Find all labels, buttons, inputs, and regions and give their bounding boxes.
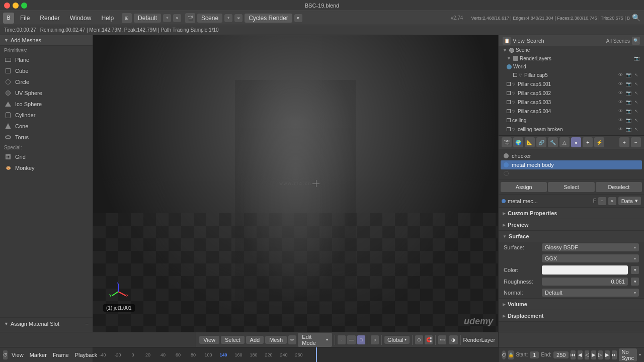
pillar001-cursor-icon[interactable]: ↖ (633, 80, 640, 87)
select-menu-btn[interactable]: Select (221, 336, 245, 344)
maximize-button[interactable] (21, 3, 27, 9)
preview-header[interactable]: ▶ Preview (499, 219, 644, 230)
start-frame-input[interactable]: 1 (530, 351, 539, 358)
object-props-btn[interactable]: 📐 (525, 137, 535, 147)
render-layer-btn[interactable]: RenderLayer (463, 337, 495, 343)
render-mode-icon[interactable]: 🎬 (185, 13, 195, 23)
assign-slot-arrow-icon[interactable]: ▼ (4, 321, 9, 326)
mesh-menu-btn[interactable]: Mesh (265, 336, 287, 344)
no-sync-btn[interactable]: No Sync (619, 348, 637, 361)
pillar-eye-icon[interactable]: 👁 (617, 71, 624, 78)
add-menu-btn[interactable]: Add (246, 336, 264, 344)
timeline-marker-btn[interactable]: Marker (28, 351, 49, 359)
checker-material-item[interactable]: checker (501, 151, 642, 160)
search-label[interactable]: Search (527, 38, 544, 44)
physics-props-btn[interactable]: ⚡ (594, 137, 604, 147)
mat-slot-x-btn[interactable]: × (608, 197, 616, 205)
pillar003-cursor-icon[interactable]: ↖ (633, 99, 640, 106)
timeline-view-btn[interactable]: View (10, 351, 26, 359)
pillar003-eye-icon[interactable]: 👁 (617, 99, 624, 106)
world-props-btn[interactable]: 🌍 (513, 137, 523, 147)
outliner-ceiling-item[interactable]: ceiling 👁 📷 ↖ (499, 116, 644, 125)
vertex-select-btn[interactable]: · (338, 335, 346, 344)
pillar004-render-icon[interactable]: 📷 (625, 108, 632, 115)
outliner-renderlayers-item[interactable]: ▼ RenderLayers 📷 (499, 54, 644, 63)
timeline-main[interactable]: -40 -20 0 20 40 60 80 100 140 160 180 22… (93, 347, 498, 362)
transform-orientation-select[interactable]: Global ▾ (384, 336, 410, 344)
remove-workspace-btn[interactable]: × (173, 14, 181, 22)
help-menu[interactable]: Help (97, 14, 118, 23)
monkey-item[interactable]: 🐵 Monkey (0, 162, 93, 173)
scene-props-btn[interactable]: 🎬 (502, 137, 512, 147)
close-button[interactable] (4, 3, 10, 9)
pillar002-render-icon[interactable]: 📷 (625, 89, 632, 97)
select-btn[interactable]: Select (548, 182, 594, 192)
modifier-props-btn[interactable]: 🔧 (548, 137, 558, 147)
remove-material-btn[interactable]: − (631, 137, 641, 147)
color-swatch[interactable] (542, 265, 628, 275)
outliner-pillarcap5001-item[interactable]: ▽ Pillar cap5.001 👁 📷 ↖ (499, 79, 644, 88)
search-btn[interactable]: 🔍 (632, 37, 640, 45)
custom-properties-header[interactable]: ▶ Custom Properties (499, 208, 644, 219)
prev-frame-btn[interactable]: ◀ (578, 350, 582, 359)
render-menu[interactable]: Render (36, 14, 63, 23)
uvsphere-item[interactable]: UV Sphere (0, 87, 93, 99)
blender-icon[interactable]: B (3, 13, 14, 24)
end-frame-input[interactable]: 250 (553, 351, 569, 358)
engine-arrow-icon[interactable]: ▾ (294, 14, 302, 22)
pillar004-eye-icon[interactable]: 👁 (617, 108, 624, 115)
outliner-ceilingbeambroken-item[interactable]: ▽ ceiling beam broken 👁 📷 ↖ (499, 125, 644, 133)
shading-btn[interactable]: ◑ (449, 335, 457, 344)
constraint-props-btn[interactable]: 🔗 (536, 137, 546, 147)
outliner-scene-item[interactable]: ▼ Scene (499, 46, 644, 54)
particle-props-btn[interactable]: ✦ (583, 137, 593, 147)
ceiling-eye-icon[interactable]: 👁 (617, 117, 624, 124)
mirror-btn[interactable]: ⟺ (438, 335, 446, 344)
outliner-world-item[interactable]: World (499, 63, 644, 70)
view-menu-btn[interactable]: View (199, 336, 219, 344)
prev-keyframe-btn[interactable]: ◁ (585, 350, 589, 359)
assign-btn[interactable]: Assign (501, 182, 547, 192)
surface-header[interactable]: ▼ Surface (499, 231, 644, 242)
color-expand-btn[interactable]: ▾ (631, 266, 639, 274)
roughness-value[interactable]: 0.061 (542, 278, 628, 286)
pillar-render-icon[interactable]: 📷 (625, 71, 632, 78)
cbbroke-cursor-icon[interactable]: ↖ (633, 126, 640, 133)
surface-type-select[interactable]: Glossy BSDF ▾ (542, 243, 639, 251)
assign-slot-minus-btn[interactable]: − (86, 321, 89, 327)
outliner-pillarcap5004-item[interactable]: ▽ Pillar cap5.004 👁 📷 ↖ (499, 107, 644, 116)
cbbroke-render-icon[interactable]: 📷 (625, 126, 632, 133)
ceiling-cursor-icon[interactable]: ↖ (633, 117, 640, 124)
minimize-button[interactable] (13, 3, 19, 9)
pillar003-render-icon[interactable]: 📷 (625, 99, 632, 106)
mat-slot-add-btn[interactable]: + (598, 197, 606, 205)
renderlayers-visibility-icon[interactable]: 📷 (633, 55, 640, 62)
outliner-pillarcap5002-item[interactable]: ▽ Pillar cap5.002 👁 📷 ↖ (499, 88, 644, 98)
workspace-selector[interactable]: Default (134, 14, 161, 23)
cube-item[interactable]: Cube (0, 65, 93, 76)
outliner-pillarcap5-item[interactable]: ▽ Pillar cap5 👁 📷 ↖ (499, 70, 644, 79)
render-engine-selector[interactable]: Cycles Render (245, 14, 292, 23)
next-keyframe-btn[interactable]: ▷ (598, 350, 603, 359)
scene-selector[interactable]: Scene (197, 14, 222, 23)
global-search-icon[interactable]: 🔍 (632, 14, 641, 23)
file-menu[interactable]: File (16, 14, 34, 23)
pillar001-render-icon[interactable]: 📷 (625, 80, 632, 87)
jump-end-btn[interactable]: ⏭ (612, 350, 617, 359)
cbbroke-eye-icon[interactable]: 👁 (617, 126, 624, 133)
view-label[interactable]: View (513, 38, 525, 44)
ico-sphere-item[interactable]: Ico Sphere (0, 99, 93, 110)
deselect-btn[interactable]: Deselect (596, 182, 642, 192)
empty-material-slot[interactable] (501, 169, 642, 177)
pivot-icon[interactable]: ⊙ (415, 335, 423, 344)
pillar002-eye-icon[interactable]: 👁 (617, 89, 624, 97)
cone-item[interactable]: Cone (0, 121, 93, 132)
roughness-expand-btn[interactable]: ▾ (631, 278, 639, 286)
snap-btn[interactable]: 🧲 (425, 335, 433, 344)
outliner-icon[interactable]: 📋 (503, 37, 511, 45)
collapse-arrow-icon[interactable]: ▼ (4, 38, 9, 43)
jump-start-btn[interactable]: ⏮ (571, 350, 576, 359)
circle-item[interactable]: Circle (0, 76, 93, 87)
mat-type-select[interactable]: Data ▾ (618, 197, 641, 205)
remove-scene-btn[interactable]: × (234, 14, 243, 22)
